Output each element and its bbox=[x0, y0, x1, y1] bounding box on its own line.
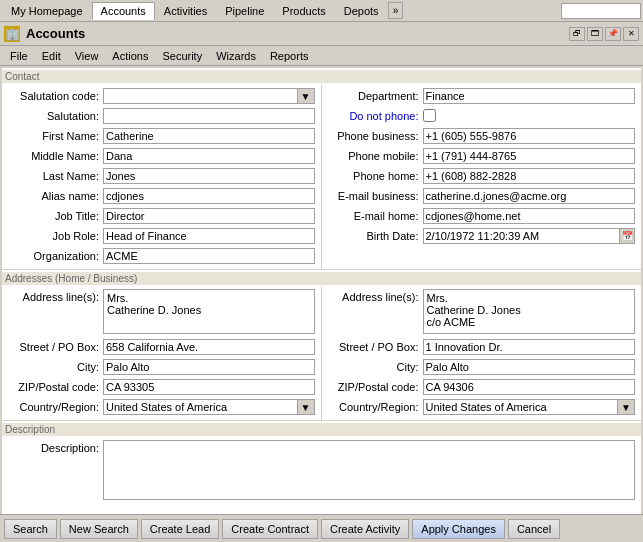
home-zip-label: ZIP/Postal code: bbox=[8, 381, 103, 393]
business-street-input[interactable] bbox=[423, 339, 636, 355]
middle-name-input[interactable] bbox=[103, 148, 315, 164]
menu-edit[interactable]: Edit bbox=[36, 49, 67, 63]
new-search-button[interactable]: New Search bbox=[60, 519, 138, 539]
do-not-phone-checkbox[interactable] bbox=[423, 109, 436, 122]
phone-business-input[interactable] bbox=[423, 128, 636, 144]
birth-date-label: Birth Date: bbox=[328, 230, 423, 242]
business-country-input[interactable] bbox=[423, 399, 618, 415]
restore-button[interactable]: 🗗 bbox=[569, 27, 585, 41]
cancel-button[interactable]: Cancel bbox=[508, 519, 560, 539]
nav-tab-pipeline[interactable]: Pipeline bbox=[216, 2, 273, 20]
create-contract-button[interactable]: Create Contract bbox=[222, 519, 318, 539]
business-country-label: Country/Region: bbox=[328, 401, 423, 413]
salutation-code-dropdown[interactable]: ▼ bbox=[297, 88, 315, 104]
description-textarea[interactable] bbox=[103, 440, 635, 500]
business-city-label: City: bbox=[328, 361, 423, 373]
alias-label: Alias name: bbox=[8, 190, 103, 202]
addresses-section-label: Addresses (Home / Business) bbox=[2, 272, 641, 285]
phone-business-label: Phone business: bbox=[328, 130, 423, 142]
email-business-label: E-mail business: bbox=[328, 190, 423, 202]
home-street-label: Street / PO Box: bbox=[8, 341, 103, 353]
business-address-lines-label: Address line(s): bbox=[328, 289, 423, 303]
nav-more-button[interactable]: » bbox=[388, 2, 404, 19]
nav-tab-activities[interactable]: Activities bbox=[155, 2, 216, 20]
business-street-label: Street / PO Box: bbox=[328, 341, 423, 353]
menu-reports[interactable]: Reports bbox=[264, 49, 315, 63]
last-name-input[interactable] bbox=[103, 168, 315, 184]
department-input[interactable] bbox=[423, 88, 636, 104]
job-title-label: Job Title: bbox=[8, 210, 103, 222]
home-zip-input[interactable] bbox=[103, 379, 315, 395]
phone-home-input[interactable] bbox=[423, 168, 636, 184]
close-button[interactable]: ✕ bbox=[623, 27, 639, 41]
nav-tab-products[interactable]: Products bbox=[273, 2, 334, 20]
description-section-label: Description bbox=[2, 423, 641, 436]
contact-section-label: Contact bbox=[2, 70, 641, 83]
create-lead-button[interactable]: Create Lead bbox=[141, 519, 220, 539]
page-title: Accounts bbox=[26, 26, 569, 41]
first-name-input[interactable] bbox=[103, 128, 315, 144]
alias-input[interactable] bbox=[103, 188, 315, 204]
salutation-label: Salutation: bbox=[8, 110, 103, 122]
menu-wizards[interactable]: Wizards bbox=[210, 49, 262, 63]
nav-tab-depots[interactable]: Depots bbox=[335, 2, 388, 20]
create-activity-button[interactable]: Create Activity bbox=[321, 519, 409, 539]
job-role-label: Job Role: bbox=[8, 230, 103, 242]
pin-button[interactable]: 📌 bbox=[605, 27, 621, 41]
phone-mobile-label: Phone mobile: bbox=[328, 150, 423, 162]
home-address-lines-label: Address line(s): bbox=[8, 289, 103, 303]
nav-tab-accounts[interactable]: Accounts bbox=[92, 2, 155, 20]
home-city-input[interactable] bbox=[103, 359, 315, 375]
salutation-code-label: Salutation code: bbox=[8, 90, 103, 102]
salutation-code-input[interactable]: Mrs. bbox=[103, 88, 297, 104]
email-home-label: E-mail home: bbox=[328, 210, 423, 222]
menu-view[interactable]: View bbox=[69, 49, 105, 63]
phone-mobile-input[interactable] bbox=[423, 148, 636, 164]
department-label: Department: bbox=[328, 90, 423, 102]
business-city-input[interactable] bbox=[423, 359, 636, 375]
home-address-lines-value: Mrs. Catherine D. Jones bbox=[103, 289, 315, 334]
do-not-phone-label: Do not phone: bbox=[328, 110, 423, 122]
nav-tab-homepage[interactable]: My Homepage bbox=[2, 2, 92, 20]
description-label: Description: bbox=[8, 440, 103, 454]
job-role-input[interactable] bbox=[103, 228, 315, 244]
birth-date-picker-button[interactable]: 📅 bbox=[619, 228, 635, 244]
salutation-input[interactable] bbox=[103, 108, 315, 124]
home-country-input[interactable] bbox=[103, 399, 297, 415]
last-name-label: Last Name: bbox=[8, 170, 103, 182]
nav-search-input[interactable] bbox=[561, 3, 641, 19]
menu-security[interactable]: Security bbox=[156, 49, 208, 63]
home-country-dropdown[interactable]: ▼ bbox=[297, 399, 315, 415]
first-name-label: First Name: bbox=[8, 130, 103, 142]
search-button[interactable]: Search bbox=[4, 519, 57, 539]
home-street-input[interactable] bbox=[103, 339, 315, 355]
birth-date-input[interactable] bbox=[423, 228, 620, 244]
home-country-label: Country/Region: bbox=[8, 401, 103, 413]
business-country-dropdown[interactable]: ▼ bbox=[617, 399, 635, 415]
business-zip-input[interactable] bbox=[423, 379, 636, 395]
maximize-button[interactable]: 🗖 bbox=[587, 27, 603, 41]
home-city-label: City: bbox=[8, 361, 103, 373]
email-home-input[interactable] bbox=[423, 208, 636, 224]
menu-file[interactable]: File bbox=[4, 49, 34, 63]
organization-label: Organization: bbox=[8, 250, 103, 262]
menu-actions[interactable]: Actions bbox=[106, 49, 154, 63]
business-address-lines-value: Mrs. Catherine D. Jones c/o ACME bbox=[423, 289, 636, 334]
email-business-input[interactable] bbox=[423, 188, 636, 204]
apply-changes-button[interactable]: Apply Changes bbox=[412, 519, 505, 539]
organization-input[interactable] bbox=[103, 248, 315, 264]
job-title-input[interactable] bbox=[103, 208, 315, 224]
app-icon: 🏢 bbox=[4, 26, 20, 42]
middle-name-label: Middle Name: bbox=[8, 150, 103, 162]
business-zip-label: ZIP/Postal code: bbox=[328, 381, 423, 393]
phone-home-label: Phone home: bbox=[328, 170, 423, 182]
